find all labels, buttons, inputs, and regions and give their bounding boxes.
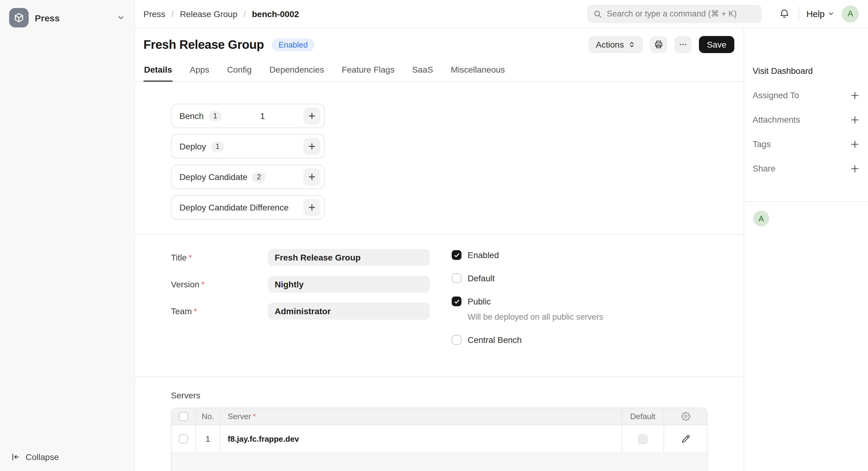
tab-feature-flags[interactable]: Feature Flags — [341, 60, 395, 81]
link-card-label: Bench — [180, 111, 204, 121]
breadcrumb-item-press[interactable]: Press — [144, 9, 165, 19]
form-checkboxes-column: Enabled Default Public — [452, 249, 603, 358]
checkbox-checked-icon — [452, 250, 462, 260]
servers-table: No. Server* Default — [171, 408, 708, 471]
user-avatar[interactable]: A — [842, 5, 859, 22]
link-card-deploy-candidate-difference[interactable]: Deploy Candidate Difference — [171, 195, 325, 220]
actions-button[interactable]: Actions — [588, 36, 643, 53]
search-input[interactable] — [607, 9, 756, 18]
default-checkbox-disabled — [638, 434, 648, 444]
tab-saas[interactable]: SaaS — [411, 60, 434, 81]
tab-apps[interactable]: Apps — [189, 60, 210, 81]
left-sidebar: Press Collapse — [0, 0, 135, 471]
required-asterisk: * — [201, 279, 205, 289]
link-card-label: Deploy Candidate — [180, 172, 248, 182]
checkbox-label: Enabled — [468, 250, 499, 260]
status-badge: Enabled — [272, 38, 314, 51]
team-input[interactable]: Administrator — [268, 303, 430, 320]
workspace-label: Press — [35, 12, 60, 23]
print-button[interactable] — [650, 36, 667, 53]
column-header-default: Default — [630, 412, 655, 421]
field-label: Title* — [171, 253, 268, 262]
form-fields-column: Title* Fresh Release Group Version* Nigh… — [171, 249, 452, 358]
link-card-deploy[interactable]: Deploy 1 — [171, 134, 325, 159]
link-card-label: Deploy — [180, 141, 206, 151]
count-badge: 2 — [252, 172, 266, 182]
required-asterisk: * — [193, 306, 197, 316]
attachments-label: Attachments — [753, 115, 800, 125]
help-menu[interactable]: Help — [806, 9, 834, 19]
edit-row-pencil-icon[interactable] — [681, 434, 690, 443]
breadcrumb: Press / Release Group / bench-0002 — [144, 9, 299, 19]
server-table-row[interactable]: 1 f8.jay.fc.frappe.dev — [172, 425, 707, 453]
document-side-panel: Visit Dashboard Assigned To Attachments … — [743, 28, 868, 471]
add-attachment-plus-icon[interactable] — [850, 115, 860, 124]
checkbox-label: Default — [468, 273, 495, 283]
sidebar-collapse-button[interactable]: Collapse — [0, 443, 134, 471]
add-assignment-plus-icon[interactable] — [850, 91, 860, 100]
save-button[interactable]: Save — [699, 36, 734, 53]
more-options-button[interactable] — [675, 36, 691, 53]
add-tag-plus-icon[interactable] — [850, 139, 860, 148]
collapse-label: Collapse — [26, 452, 59, 462]
required-asterisk: * — [253, 412, 256, 421]
checkbox-label: Central Bench — [468, 335, 522, 345]
share-label: Share — [753, 164, 776, 173]
tab-dependencies[interactable]: Dependencies — [269, 60, 325, 81]
tab-config[interactable]: Config — [226, 60, 252, 81]
link-card-label: Deploy Candidate Difference — [180, 203, 289, 212]
servers-section: Servers No. Server* — [135, 377, 743, 471]
servers-table-header: No. Server* Default — [172, 408, 707, 425]
tags-row[interactable]: Tags — [753, 138, 860, 150]
document-body: Bench 1 1 Deploy 1 — [135, 82, 743, 471]
visit-dashboard-link[interactable]: Visit Dashboard — [753, 66, 860, 76]
add-deploy-candidate-difference-button[interactable] — [303, 199, 320, 216]
link-card-deploy-candidate[interactable]: Deploy Candidate 2 — [171, 165, 325, 189]
server-name-cell[interactable]: f8.jay.fc.frappe.dev — [228, 434, 299, 443]
row-select-checkbox[interactable] — [179, 434, 188, 443]
table-settings-gear-icon[interactable] — [681, 412, 690, 421]
avatar-initial: A — [758, 214, 764, 223]
workspace-switcher[interactable]: Press — [0, 0, 134, 35]
count-badge: 1 — [209, 111, 222, 121]
document-header: Fresh Release Group Enabled Actions — [135, 28, 743, 60]
frappe-cloud-logo-icon — [9, 8, 29, 28]
navbar-right: Help A — [587, 5, 859, 23]
panel-divider — [744, 201, 868, 202]
select-all-checkbox[interactable] — [179, 412, 188, 421]
checkbox-public[interactable]: Public — [452, 297, 603, 306]
link-card-bench[interactable]: Bench 1 1 — [171, 104, 325, 128]
top-navbar: Press / Release Group / bench-0002 — [135, 0, 868, 28]
breadcrumb-item-release-group[interactable]: Release Group — [180, 9, 237, 19]
checkbox-default[interactable]: Default — [452, 273, 603, 283]
column-header-server: Server — [228, 412, 251, 421]
attachments-row[interactable]: Attachments — [753, 113, 860, 126]
share-row[interactable]: Share — [753, 162, 860, 174]
checkbox-central-bench[interactable]: Central Bench — [452, 335, 603, 345]
add-deploy-button[interactable] — [303, 138, 320, 155]
title-input[interactable]: Fresh Release Group — [268, 249, 430, 266]
version-input[interactable]: Nightly — [268, 276, 430, 293]
help-label: Help — [806, 9, 825, 19]
field-title: Title* Fresh Release Group — [171, 249, 452, 266]
printer-icon — [654, 40, 663, 49]
checkbox-enabled[interactable]: Enabled — [452, 250, 603, 260]
tab-details[interactable]: Details — [144, 60, 173, 81]
assigned-to-row[interactable]: Assigned To — [753, 89, 860, 101]
notifications-bell-icon[interactable] — [779, 8, 790, 19]
tab-miscellaneous[interactable]: Miscellaneous — [450, 60, 505, 81]
checkbox-unchecked-icon — [452, 273, 462, 283]
chevron-down-icon — [828, 10, 834, 17]
document-tabbar: Details Apps Config Dependencies Feature… — [135, 60, 743, 82]
avatar-initial: A — [847, 9, 853, 18]
share-plus-icon[interactable] — [850, 164, 860, 173]
chevron-down-icon — [117, 13, 125, 22]
servers-table-footer — [172, 453, 707, 471]
add-bench-button[interactable] — [303, 107, 320, 125]
viewer-avatar[interactable]: A — [753, 210, 769, 226]
breadcrumb-item-current: bench-0002 — [252, 9, 299, 19]
add-deploy-candidate-button[interactable] — [303, 168, 320, 186]
global-search[interactable] — [587, 5, 762, 23]
chevrons-up-down-icon — [628, 41, 636, 48]
app-root: Press Collapse Press / Release Group / b… — [0, 0, 868, 471]
